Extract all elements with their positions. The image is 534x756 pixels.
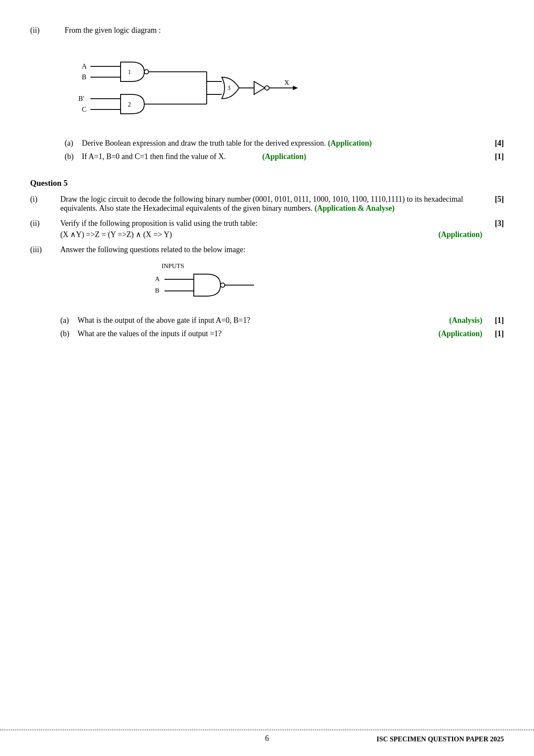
nand-gate-diagram: INPUTS A B	[138, 260, 504, 310]
svg-text:C: C	[82, 106, 87, 113]
sub-b-marks: [1]	[482, 152, 504, 161]
q5iii-b: (b) What are the values of the inputs if…	[60, 329, 504, 338]
sub-content-b: If A=1, B=0 and C=1 then find the value …	[82, 152, 482, 161]
svg-text:A: A	[82, 62, 87, 70]
svg-point-19	[265, 86, 269, 90]
svg-text:1: 1	[128, 69, 131, 75]
sub-label-b: (b)	[65, 152, 82, 161]
q5ii-content: Verify if the following proposition is v…	[60, 219, 482, 239]
svg-text:B: B	[155, 287, 159, 294]
q5ii-marks: [3]	[482, 219, 504, 228]
q5iii-a-label: (a)	[60, 316, 78, 325]
sub-question-a: (a) Derive Boolean expression and draw t…	[65, 139, 504, 148]
q5iii-b-label: (b)	[60, 329, 78, 338]
q5-item-iii: (iii) Answer the following questions rel…	[30, 245, 504, 338]
q5-item-ii: (ii) Verify if the following proposition…	[30, 219, 504, 239]
section-label-ii: (ii)	[30, 26, 65, 35]
q5iii-label: (iii)	[30, 245, 60, 254]
q5-item-i: (i) Draw the logic circuit to decode the…	[30, 195, 504, 213]
q5iii-a-marks: [1]	[482, 316, 504, 325]
footer-divider	[0, 730, 534, 730]
q5iii-text: Answer the following questions related t…	[60, 245, 504, 254]
q5iii-b-tag: (Application)	[422, 329, 482, 338]
svg-text:INPUTS: INPUTS	[161, 262, 184, 269]
q5i-marks: [5]	[482, 195, 504, 204]
sub-content-a: Derive Boolean expression and draw the t…	[82, 139, 482, 148]
q5ii-tag: (Application)	[438, 230, 482, 239]
q5ii-formula: (X ∧Y) =>Z = (Y =>Z) ∧ (X => Y)	[60, 230, 172, 239]
q5ii-label: (ii)	[30, 219, 60, 228]
section-ii-content: From the given logic diagram :	[65, 26, 504, 35]
svg-text:3: 3	[227, 85, 230, 91]
sub-question-b: (b) If A=1, B=0 and C=1 then find the va…	[65, 152, 504, 161]
footer-text: ISC SPECIMEN QUESTION PAPER 2025	[376, 735, 504, 743]
sub-b-tag: (Application)	[262, 152, 306, 161]
sub-a-tag: (Application)	[328, 139, 372, 147]
q5iii-content: Answer the following questions related t…	[60, 245, 504, 338]
question5-heading: Question 5	[30, 178, 504, 188]
svg-marker-18	[254, 81, 265, 94]
q5iii-b-text: What are the values of the inputs if out…	[78, 329, 413, 338]
svg-text:X: X	[284, 79, 289, 86]
svg-text:A: A	[155, 275, 160, 282]
footer-page: 6	[265, 734, 269, 743]
q5i-label: (i)	[30, 195, 60, 204]
svg-text:2: 2	[128, 101, 131, 108]
svg-text:B': B'	[78, 95, 84, 102]
svg-point-28	[220, 283, 225, 287]
sub-a-marks: [4]	[482, 139, 504, 148]
sub-label-a: (a)	[65, 139, 82, 148]
q5i-content: Draw the logic circuit to decode the fol…	[60, 195, 482, 213]
q5iii-b-marks: [1]	[482, 329, 504, 338]
q5iii-a-tag: (Analysis)	[431, 316, 482, 325]
q5iii-a-text: What is the output of the above gate if …	[78, 316, 422, 325]
q5iii-a: (a) What is the output of the above gate…	[60, 316, 504, 325]
svg-point-5	[144, 70, 149, 74]
svg-marker-21	[293, 86, 298, 90]
svg-text:B: B	[82, 73, 87, 81]
q5i-tag: (Application & Analyse)	[314, 204, 394, 212]
logic-diagram: A B 1 B' C 2	[65, 43, 504, 131]
section-ii-text: From the given logic diagram :	[65, 26, 161, 34]
